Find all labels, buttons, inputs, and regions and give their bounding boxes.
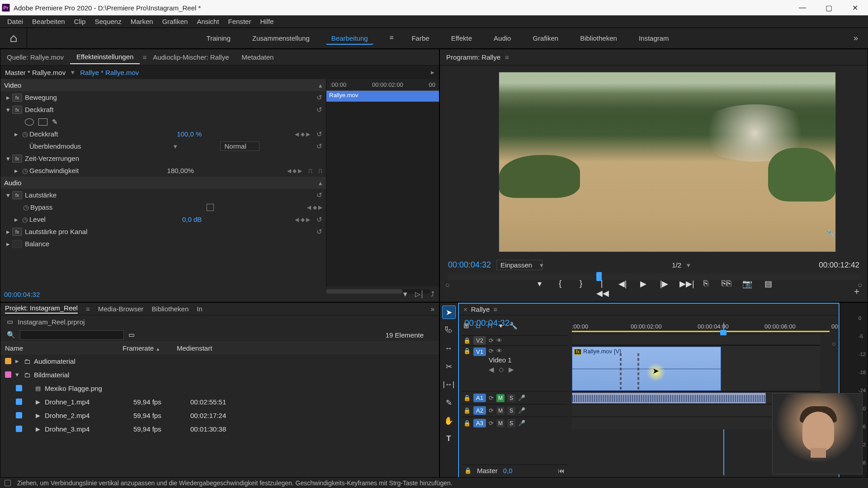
menu-edit[interactable]: Bearbeiten [28, 17, 70, 26]
sequence-tab[interactable]: Rallye [471, 305, 490, 313]
tool-selection[interactable]: ➤ [442, 305, 456, 319]
effect-opacity[interactable]: Deckkraft [25, 106, 53, 113]
column-mediastart[interactable]: Medienstart [177, 344, 434, 352]
prop-level[interactable]: Level [29, 216, 46, 223]
mask-rect-icon[interactable] [38, 118, 47, 126]
reset-opacity-icon[interactable]: ↺ [316, 106, 322, 114]
track-a2-toggle[interactable]: A2 [473, 406, 486, 415]
mini-timeline-play-icon[interactable]: ▸ [431, 68, 434, 76]
linked-selection-icon[interactable]: ⊓ [487, 322, 493, 330]
window-minimize-button[interactable]: — [789, 0, 816, 15]
comparison-view-button[interactable]: ▤ [763, 279, 774, 298]
window-maximize-button[interactable]: ▢ [816, 0, 842, 15]
tool-track-select[interactable]: ⮱ [442, 324, 456, 337]
column-name[interactable]: Name [5, 344, 123, 352]
tab-in[interactable]: In [197, 305, 203, 313]
effect-controls-timecode[interactable]: 00:00:04:32 [4, 291, 40, 298]
snap-icon[interactable]: ⊔ [476, 322, 481, 330]
tab-effect-controls[interactable]: Effekteinstellungen [70, 50, 140, 64]
export-frame-button[interactable]: 📷 [742, 279, 753, 298]
list-item[interactable]: ▶Drohne_1.mp459,94 fps00:02:55:51 [0, 395, 439, 408]
track-v1-toggle[interactable]: V1 [473, 347, 486, 356]
menu-window[interactable]: Fenster [224, 17, 256, 26]
program-tab[interactable]: Programm: Rallye [446, 53, 500, 61]
mute-a1[interactable]: M [496, 394, 505, 402]
list-item[interactable]: ▤Mexiko Flagge.png [0, 381, 439, 395]
track-a1-toggle[interactable]: A1 [473, 394, 486, 402]
markers-icon[interactable]: ▾ [499, 322, 503, 330]
filter-icon[interactable]: ▼ [402, 290, 409, 298]
list-item[interactable]: ▶Drohne_2.mp459,94 fps00:02:17:24 [0, 408, 439, 422]
window-close-button[interactable]: ✕ [842, 0, 868, 15]
solo-a1[interactable]: S [507, 394, 515, 402]
workspace-tab-assembly[interactable]: Zusammenstellung [247, 32, 315, 45]
panel-menu-icon[interactable]: ≡ [142, 53, 146, 61]
video-track-1[interactable]: fxRallye.mov [V] ➤ [572, 345, 821, 391]
go-to-out-button[interactable]: ▶▶| [679, 279, 690, 298]
effect-volume[interactable]: Lautstärke [25, 191, 57, 199]
menu-view[interactable]: Ansicht [192, 17, 223, 26]
tab-source[interactable]: Quelle: Rallye.mov [0, 51, 70, 64]
home-button[interactable] [0, 28, 27, 49]
step-forward-button[interactable]: |▶ [659, 279, 670, 298]
lift-button[interactable]: ⎘ [700, 279, 711, 298]
reset-motion-icon[interactable]: ↺ [316, 94, 322, 102]
tool-razor[interactable]: ✂ [442, 360, 456, 373]
tab-libraries[interactable]: Bibliotheken [152, 305, 189, 313]
speed-value[interactable]: 180,00% [167, 167, 284, 174]
workspace-tab-color[interactable]: Farbe [406, 32, 434, 45]
menu-markers[interactable]: Marken [126, 17, 158, 26]
mark-in-button[interactable]: { [555, 279, 566, 298]
timeline-ruler[interactable]: :00:00 00:00:02:00 00:00:04:00 00:00:06:… [572, 322, 821, 332]
mask-ellipse-icon[interactable] [25, 118, 34, 126]
effect-motion[interactable]: Bewegung [25, 94, 57, 101]
tab-project[interactable]: Projekt: Instagram_Reel [5, 304, 78, 314]
prop-speed[interactable]: Geschwindigkeit [29, 167, 79, 174]
panel-menu-icon[interactable]: ≡ [505, 53, 509, 61]
mark-out-button[interactable]: } [576, 279, 586, 298]
effect-balance[interactable]: Balance [25, 240, 49, 248]
track-a3-toggle[interactable]: A3 [473, 419, 486, 427]
tab-metadata[interactable]: Metadaten [236, 51, 280, 64]
list-item[interactable]: ▸🗀Audiomaterial [0, 354, 439, 368]
master-value[interactable]: 0,0 [503, 467, 513, 474]
workspace-tab-audio[interactable]: Audio [488, 32, 516, 45]
go-to-in-button[interactable]: |◀◀ [596, 279, 607, 298]
menu-graphics[interactable]: Grafiken [158, 17, 193, 26]
effect-mini-timeline[interactable]: :00:00 00:00:02:00 00 Rallye.mov [326, 79, 439, 286]
list-item[interactable]: ▶Drohne_3.mp459,94 fps00:01:30:38 [0, 422, 439, 436]
sequence-clip-link[interactable]: Rallye * Rallye.mov [80, 69, 139, 76]
menu-sequence[interactable]: Sequenz [90, 17, 126, 26]
monitor-settings-icon[interactable]: 🔧 [826, 229, 835, 238]
tab-audio-mixer[interactable]: Audioclip-Mischer: Rallye [146, 51, 235, 64]
project-search-input[interactable] [20, 330, 124, 340]
workspace-tab-instagram[interactable]: Instagram [633, 32, 675, 45]
menu-help[interactable]: Hilfe [255, 17, 278, 26]
workspace-tab-training[interactable]: Training [201, 32, 236, 45]
level-value[interactable]: 0,0 dB [182, 216, 292, 223]
nest-icon[interactable]: ⊞ [463, 322, 469, 330]
tool-slip[interactable]: |↔| [442, 378, 456, 391]
mask-pen-icon[interactable]: ✎ [52, 118, 58, 126]
opacity-value[interactable]: 100,0 % [177, 130, 292, 138]
tool-pen[interactable]: ✎ [442, 396, 456, 409]
vertical-zoom-handle[interactable]: ○ [832, 340, 836, 347]
program-timecode[interactable]: 00:00:04:32 [448, 260, 491, 270]
tool-hand[interactable]: ✋ [442, 414, 456, 427]
program-video-view[interactable] [499, 72, 836, 252]
extract-button[interactable]: ⎘⎘ [721, 279, 732, 298]
menu-clip[interactable]: Clip [70, 17, 90, 26]
loop-icon[interactable]: ▷│ [415, 290, 425, 298]
reset-icon[interactable]: ↺ [316, 130, 322, 138]
workspace-tab-editing-menu[interactable]: ≡ [388, 32, 396, 45]
column-framerate[interactable]: Framerate▲ [123, 344, 177, 352]
blend-mode-select[interactable]: Normal [220, 141, 259, 151]
workspace-tab-editing[interactable]: Bearbeitung [326, 32, 373, 45]
workspace-tab-effects[interactable]: Effekte [446, 32, 477, 45]
tab-media-browser[interactable]: Media-Browser [98, 305, 144, 313]
workspace-overflow-button[interactable]: » [852, 32, 860, 45]
play-button[interactable]: ▶ [638, 279, 649, 298]
list-item[interactable]: ▾🗀Bildmaterial [0, 368, 439, 381]
timeline-clip[interactable]: fxRallye.mov [V] ➤ [572, 347, 721, 391]
tool-ripple-edit[interactable]: ↔ [442, 342, 456, 355]
